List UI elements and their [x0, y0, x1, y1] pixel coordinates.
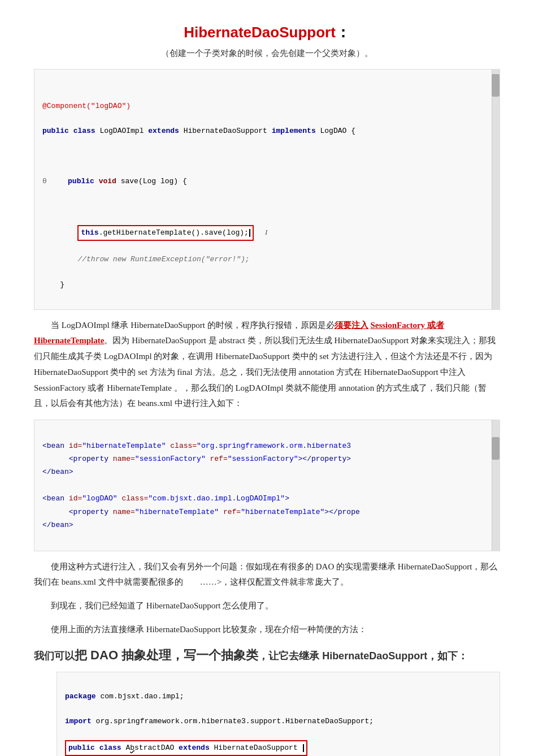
para-3: 到现在，我们已经知道了 HibernateDaoSupport 怎么使用了。 [34, 598, 500, 614]
para-2: 使用这种方式进行注入，我们又会有另外一个问题：假如现在有很多的 DAO 的实现需… [34, 559, 500, 591]
para-1: 当 LogDAOImpl 继承 HibernateDaoSupport 的时候，… [34, 318, 500, 412]
code-block-2: package com.bjsxt.dao.impl; import org.s… [57, 672, 500, 756]
page-title: HibernateDaoSupport： [34, 23, 500, 42]
code-block-1: @Component("logDAO") public class LogDAO… [34, 69, 500, 310]
subtitle: （创建一个子类对象的时候，会先创建一个父类对象）。 [34, 48, 500, 59]
title-text: HibernateDaoSupport [184, 24, 336, 41]
xml-block-1: <bean id="hibernateTemplate" class="org.… [34, 420, 500, 551]
section-heading: 我们可以把 DAO 抽象处理，写一个抽象类，让它去继承 HibernateDao… [34, 647, 500, 664]
para-4: 使用上面的方法直接继承 HibernateDaoSupport 比较复杂，现在介… [34, 622, 500, 638]
title-colon: ： [336, 24, 350, 41]
